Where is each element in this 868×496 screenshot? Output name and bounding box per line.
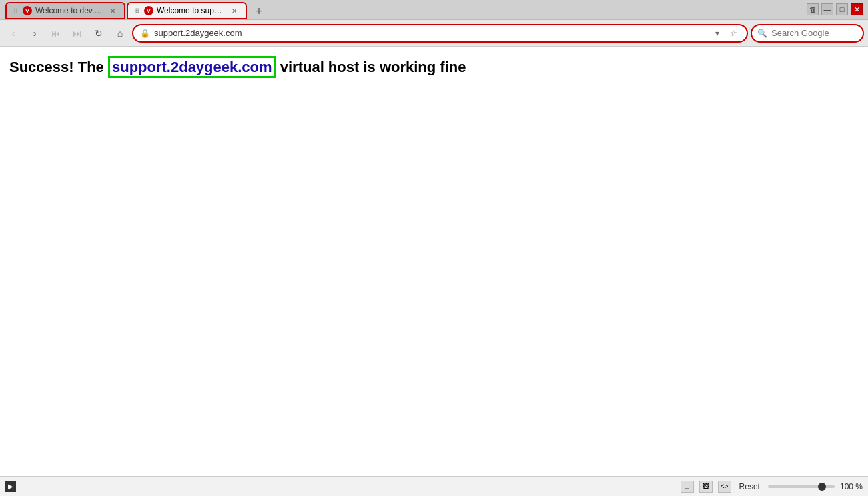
last-button[interactable]: ⏭ (68, 24, 87, 43)
tab-dev[interactable]: ⠿ V Welcome to dev.2daygeek ✕ (5, 2, 125, 19)
lock-icon: 🔒 (140, 29, 150, 38)
domain-link[interactable]: support.2daygeek.com (108, 56, 276, 78)
url-input[interactable] (154, 28, 707, 38)
page-message: Success! The support.2daygeek.com virtua… (9, 56, 859, 78)
tab-close-dev[interactable]: ✕ (108, 6, 117, 15)
tab-favicon-2: V (144, 6, 153, 15)
tab-label-support: Welcome to support.2day (157, 6, 226, 15)
title-bar: ⠿ V Welcome to dev.2daygeek ✕ ⠿ V Welcom… (0, 0, 868, 20)
home-button[interactable]: ⌂ (111, 24, 129, 43)
image-view-button[interactable]: 🖼 (699, 481, 713, 493)
address-dropdown-btn[interactable]: ▾ (711, 27, 724, 40)
first-button[interactable]: ⏮ (47, 24, 65, 43)
reset-button[interactable]: Reset (737, 482, 763, 491)
delete-button[interactable]: 🗑 (807, 3, 819, 15)
zoom-slider[interactable] (768, 485, 835, 488)
message-suffix: virtual host is working fine (280, 59, 466, 75)
tab-support[interactable]: ⠿ V Welcome to support.2day ✕ (127, 2, 247, 19)
tab-drag-handle-2: ⠿ (135, 7, 139, 15)
browser-content: Success! The support.2daygeek.com virtua… (0, 47, 868, 476)
close-button[interactable]: ✕ (851, 3, 863, 15)
page-view-button[interactable]: □ (681, 481, 694, 493)
tab-close-support[interactable]: ✕ (230, 6, 239, 15)
navbar: ‹ › ⏮ ⏭ ↻ ⌂ 🔒 ▾ ☆ 🔍 ▾ (0, 20, 868, 47)
forward-button[interactable]: › (25, 24, 44, 43)
search-input[interactable] (771, 28, 868, 38)
tab-label-dev: Welcome to dev.2daygeek (35, 6, 105, 15)
reload-button[interactable]: ↻ (89, 24, 108, 43)
minimize-button[interactable]: — (821, 3, 833, 15)
new-tab-button[interactable]: + (251, 3, 267, 19)
back-button[interactable]: ‹ (4, 24, 23, 43)
tab-drag-handle-1: ⠿ (13, 7, 18, 15)
maximize-button[interactable]: □ (836, 3, 848, 15)
status-bar: ▶ □ 🖼 <> Reset 100 % (0, 476, 868, 496)
status-right: □ 🖼 <> Reset 100 % (681, 481, 863, 493)
code-view-button[interactable]: <> (718, 481, 731, 493)
status-square-icon: ▶ (5, 481, 16, 492)
address-bar-actions: ▾ ☆ (711, 27, 740, 40)
status-left: ▶ (5, 481, 16, 492)
search-icon: 🔍 (757, 29, 767, 38)
window-controls: 🗑 — □ ✕ (807, 3, 863, 15)
tab-favicon-1: V (23, 6, 32, 15)
message-prefix: Success! The (9, 59, 104, 75)
zoom-label: 100 % (840, 482, 863, 491)
search-bar[interactable]: 🔍 ▾ (751, 24, 864, 43)
bookmark-btn[interactable]: ☆ (727, 27, 740, 40)
address-bar[interactable]: 🔒 ▾ ☆ (132, 24, 748, 43)
tabs-area: ⠿ V Welcome to dev.2daygeek ✕ ⠿ V Welcom… (5, 0, 863, 19)
